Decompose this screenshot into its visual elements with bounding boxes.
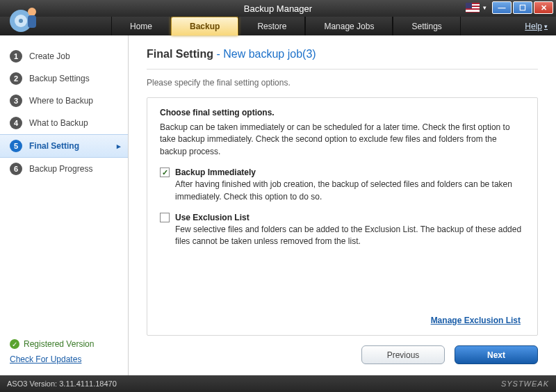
step-label: Final Setting <box>29 141 79 151</box>
tab-home[interactable]: Home <box>111 17 171 35</box>
version-label: ASO3 Version: 3.11.4111.18470 <box>7 379 117 388</box>
tab-settings[interactable]: Settings <box>393 17 460 35</box>
panel-intro: Backup can be taken immediately or can b… <box>160 122 525 158</box>
page-subtitle: Please specify the final setting options… <box>147 78 538 88</box>
main-area: 1 Create Job 2 Backup Settings 3 Where t… <box>0 35 556 375</box>
wizard-nav-buttons: Previous Next <box>147 336 538 364</box>
panel-heading: Choose final setting options. <box>160 108 525 117</box>
maximize-button[interactable]: ☐ <box>513 1 532 14</box>
registered-label: Registered Version <box>24 339 94 349</box>
minimize-button[interactable]: — <box>492 1 512 14</box>
step-what-to-backup[interactable]: 4 What to Backup <box>0 112 128 134</box>
previous-button[interactable]: Previous <box>361 345 445 364</box>
option-description: After having finished with job creation,… <box>175 179 525 203</box>
step-label: Backup Settings <box>29 74 90 83</box>
step-number-icon: 4 <box>10 117 22 129</box>
step-create-job[interactable]: 1 Create Job <box>0 45 128 67</box>
step-label: Where to Backup <box>29 96 93 106</box>
use-exclusion-list-checkbox[interactable] <box>160 213 170 222</box>
window-title: Backup Manager <box>244 3 312 14</box>
step-where-to-backup[interactable]: 3 Where to Backup <box>0 90 128 112</box>
wizard-sidebar: 1 Create Job 2 Backup Settings 3 Where t… <box>0 35 129 375</box>
backup-immediately-checkbox[interactable]: ✓ <box>160 168 170 177</box>
option-backup-immediately: ✓ Backup Immediately After having finish… <box>160 168 525 203</box>
option-label: Use Exclusion List <box>175 213 250 222</box>
check-for-updates-link[interactable]: Check For Updates <box>10 354 118 364</box>
step-label: What to Backup <box>29 118 88 128</box>
app-logo-icon <box>6 3 46 33</box>
tab-manage-jobs[interactable]: Manage Jobs <box>305 17 393 35</box>
manage-exclusion-list-link[interactable]: Manage Exclusion List <box>431 316 521 325</box>
svg-rect-4 <box>28 15 36 28</box>
window-controls: — ☐ ✕ <box>492 1 553 14</box>
brand-label: SYSTWEAK <box>501 379 549 388</box>
svg-point-2 <box>19 19 23 23</box>
divider <box>147 69 538 70</box>
step-backup-settings[interactable]: 2 Backup Settings <box>0 67 128 90</box>
option-use-exclusion-list: Use Exclusion List Few selective files a… <box>160 213 525 248</box>
option-label: Backup Immediately <box>175 168 256 177</box>
step-number-icon: 1 <box>10 50 22 63</box>
statusbar: ASO3 Version: 3.11.4111.18470 SYSTWEAK <box>0 375 556 392</box>
registered-status: ✓ Registered Version <box>10 339 118 349</box>
check-circle-icon: ✓ <box>10 339 19 349</box>
tab-backup[interactable]: Backup <box>171 17 238 35</box>
menubar: Home Backup Restore Manage Jobs Settings… <box>0 17 556 35</box>
language-dropdown-arrow-icon[interactable]: ▾ <box>483 4 486 11</box>
svg-point-3 <box>28 8 36 16</box>
step-backup-progress[interactable]: 6 Backup Progress <box>0 158 128 180</box>
tab-restore[interactable]: Restore <box>238 17 305 35</box>
step-number-icon: 2 <box>10 72 22 85</box>
next-button[interactable]: Next <box>455 345 538 364</box>
titlebar: Backup Manager ▾ — ☐ ✕ <box>0 0 556 17</box>
step-number-icon: 3 <box>10 95 22 107</box>
step-label: Create Job <box>29 51 70 61</box>
step-number-icon: 6 <box>10 163 22 175</box>
options-panel: Choose final setting options. Backup can… <box>147 97 538 336</box>
step-number-icon: 5 <box>10 140 22 152</box>
sidebar-footer: ✓ Registered Version Check For Updates <box>0 332 128 375</box>
content-pane: Final Setting - New backup job(3) Please… <box>129 35 556 375</box>
help-link[interactable]: Help▾ <box>516 17 556 35</box>
step-final-setting[interactable]: 5 Final Setting <box>0 134 128 158</box>
step-label: Backup Progress <box>29 164 92 174</box>
option-description: Few selective files and folders can be a… <box>175 224 525 248</box>
language-flag-icon[interactable] <box>466 3 480 13</box>
page-title: Final Setting - New backup job(3) <box>147 48 538 60</box>
close-button[interactable]: ✕ <box>534 1 553 14</box>
